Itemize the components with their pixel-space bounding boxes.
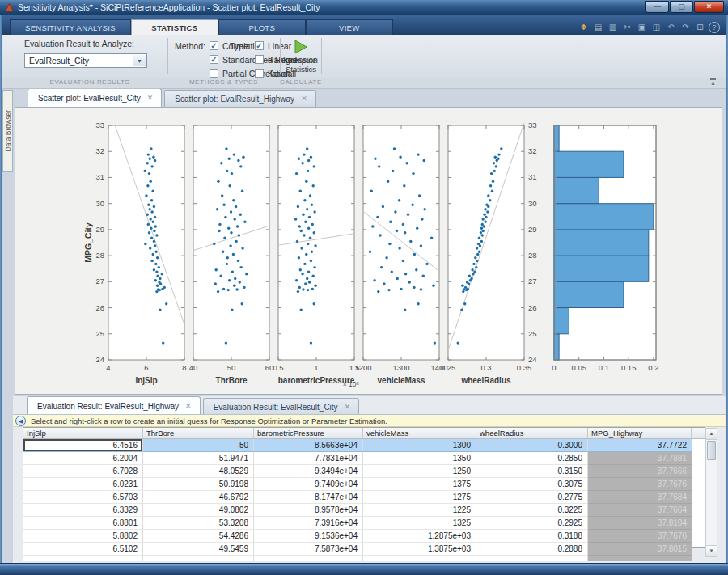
table-cell[interactable]: 0.3225 bbox=[476, 504, 588, 517]
table-cell[interactable] bbox=[23, 556, 143, 561]
table-cell[interactable]: 8.1747e+04 bbox=[254, 491, 363, 504]
ribbon-tab-statistics[interactable]: STATISTICS bbox=[131, 19, 218, 35]
table-row[interactable]: 6.023150.91989.7409e+0413750.307537.7676 bbox=[23, 478, 705, 491]
table-cell[interactable]: 51.9471 bbox=[143, 452, 254, 465]
checkbox-icon[interactable] bbox=[255, 69, 264, 78]
redo-icon[interactable]: ↷ bbox=[679, 21, 692, 33]
table-row-partial[interactable] bbox=[23, 556, 705, 561]
scroll-down-icon[interactable]: ▼ bbox=[706, 545, 717, 556]
table-cell[interactable]: 6.0231 bbox=[23, 478, 143, 491]
column-header-InjSlp[interactable]: InjSlp bbox=[23, 428, 143, 438]
table-cell[interactable] bbox=[588, 556, 692, 561]
table-cell[interactable] bbox=[254, 556, 363, 561]
table-cell[interactable]: 8.9578e+04 bbox=[254, 504, 363, 517]
table-cell[interactable]: 0.3150 bbox=[476, 465, 588, 478]
table-cell[interactable]: 0.2888 bbox=[476, 543, 588, 556]
table-cell[interactable]: 37.7666 bbox=[588, 465, 692, 478]
table-cell[interactable]: 37.8015 bbox=[588, 543, 692, 556]
scrollbar-thumb[interactable] bbox=[707, 441, 716, 460]
table-cell[interactable]: 37.7664 bbox=[588, 504, 692, 517]
table-cell[interactable]: 1275 bbox=[363, 491, 476, 504]
close-icon[interactable]: ✕ bbox=[147, 94, 154, 102]
eval-result-dropdown[interactable]: EvalResult_City ▼ bbox=[24, 53, 147, 68]
table-cell[interactable]: 7.3916e+04 bbox=[254, 517, 363, 530]
close-button[interactable]: ✕ bbox=[694, 1, 724, 13]
table-cell[interactable]: 37.7881 bbox=[588, 452, 692, 465]
table-cell[interactable]: 6.7028 bbox=[23, 465, 143, 478]
table-cell[interactable]: 1.3875e+03 bbox=[363, 543, 476, 556]
column-header-ThrBore[interactable]: ThrBore bbox=[143, 428, 254, 438]
checkbox-icon[interactable]: ✓ bbox=[210, 55, 218, 64]
table-cell[interactable]: 6.3329 bbox=[23, 504, 143, 517]
table-cell[interactable]: 1.2875e+03 bbox=[363, 530, 476, 543]
close-icon[interactable]: ✕ bbox=[185, 402, 192, 410]
table-cell[interactable]: 1300 bbox=[363, 439, 476, 452]
ribbon-tab-view[interactable]: VIEW bbox=[306, 19, 393, 35]
table-scrollbar[interactable]: ▲ ▼ bbox=[705, 428, 717, 557]
table-cell[interactable]: 0.3188 bbox=[476, 530, 588, 543]
table-cell[interactable]: 1325 bbox=[363, 517, 476, 530]
checkbox-icon[interactable]: ✓ bbox=[210, 41, 218, 50]
title-bar[interactable]: Sensitivity Analysis* - SiCiPtReferenceA… bbox=[0, 0, 728, 15]
table-cell[interactable]: 0.3075 bbox=[476, 478, 588, 491]
table-cell[interactable]: 49.5459 bbox=[143, 543, 254, 556]
open-session-icon[interactable]: ❖ bbox=[578, 21, 590, 33]
table-cell[interactable]: 1350 bbox=[363, 452, 476, 465]
table-cell[interactable]: 37.8104 bbox=[588, 517, 692, 530]
table-cell[interactable] bbox=[476, 556, 588, 561]
table-tab-active[interactable]: Evaluation Result: EvalResult_Highway✕ bbox=[27, 396, 201, 415]
table-cell[interactable]: 6.5102 bbox=[23, 543, 143, 556]
checkbox-icon[interactable] bbox=[210, 69, 218, 78]
table-row[interactable]: 6.200451.94717.7831e+0413500.285037.7881 bbox=[23, 452, 705, 465]
table-cell[interactable]: 8.5663e+04 bbox=[254, 439, 363, 452]
table-cell[interactable]: 54.4286 bbox=[143, 530, 254, 543]
table-cell[interactable]: 37.7676 bbox=[588, 530, 692, 543]
table-cell[interactable]: 9.3494e+04 bbox=[254, 465, 363, 478]
table-cell[interactable]: 50 bbox=[143, 439, 254, 452]
table-cell[interactable]: 6.5703 bbox=[23, 491, 143, 504]
table-cell[interactable]: 6.8801 bbox=[23, 517, 143, 530]
plot-tab-active[interactable]: Scatter plot: EvalResult_City✕ bbox=[28, 88, 162, 107]
table-cell[interactable]: 37.7676 bbox=[588, 478, 692, 491]
table-cell[interactable]: 46.6792 bbox=[143, 491, 254, 504]
data-browser-tab[interactable]: Data Browser bbox=[2, 90, 13, 172]
scroll-up-icon[interactable]: ▲ bbox=[706, 429, 717, 440]
checkbox-icon[interactable]: ✓ bbox=[255, 41, 264, 50]
table-cell[interactable]: 7.7831e+04 bbox=[254, 452, 363, 465]
table-cell[interactable]: 48.0529 bbox=[143, 465, 254, 478]
table-cell[interactable]: 1250 bbox=[363, 465, 476, 478]
table-cell[interactable]: 9.1536e+04 bbox=[254, 530, 363, 543]
save-icon[interactable]: ▤ bbox=[592, 21, 604, 33]
table-row[interactable]: 6.880153.32087.3916e+0413250.292537.8104 bbox=[23, 517, 705, 530]
table-cell[interactable]: 0.2925 bbox=[476, 517, 588, 530]
table-row[interactable]: 6.332949.08028.9578e+0412250.322537.7664 bbox=[23, 504, 705, 517]
table-row[interactable]: 5.880254.42869.1536e+041.2875e+030.31883… bbox=[23, 530, 705, 543]
column-header-MPG_Highway[interactable]: MPG_Highway bbox=[588, 428, 692, 438]
close-icon[interactable]: ✕ bbox=[345, 403, 351, 411]
table-cell[interactable]: 1225 bbox=[363, 504, 476, 517]
print-icon[interactable]: ▥ bbox=[607, 21, 619, 33]
column-header-vehicleMass[interactable]: vehicleMass bbox=[363, 428, 476, 438]
table-cell[interactable]: 0.2775 bbox=[476, 491, 588, 504]
table-cell[interactable]: 7.5873e+04 bbox=[254, 543, 363, 556]
help-icon[interactable]: ? bbox=[709, 22, 720, 33]
table-cell[interactable]: 37.7722 bbox=[588, 439, 692, 452]
copy-icon[interactable]: ▣ bbox=[636, 21, 648, 33]
table-cell[interactable]: 49.0802 bbox=[143, 504, 254, 517]
table-cell[interactable]: 1375 bbox=[363, 478, 476, 491]
table-cell[interactable]: 9.7409e+04 bbox=[254, 478, 363, 491]
column-header-barometricPressure[interactable]: barometricPressure bbox=[254, 428, 363, 438]
plot-tab-inactive[interactable]: Scatter plot: EvalResult_Highway✕ bbox=[164, 90, 315, 107]
table-cell[interactable]: 50.9198 bbox=[143, 478, 254, 491]
table-cell[interactable]: 0.3000 bbox=[476, 439, 588, 452]
table-row[interactable]: 6.702848.05299.3494e+0412500.315037.7666 bbox=[23, 465, 705, 478]
table-row[interactable]: 6.510249.54597.5873e+041.3875e+030.28883… bbox=[23, 543, 705, 556]
collapse-ribbon-icon[interactable]: ▲ bbox=[710, 78, 716, 87]
minimize-button[interactable]: — bbox=[645, 1, 669, 13]
table-row[interactable]: 6.4516508.5663e+0413000.300037.7722 bbox=[23, 439, 705, 452]
collapse-info-icon[interactable]: ◀ bbox=[15, 416, 26, 426]
table-cell[interactable]: 53.3208 bbox=[143, 517, 254, 530]
cut-icon[interactable]: ✂ bbox=[621, 21, 633, 33]
paste-icon[interactable]: ◫ bbox=[650, 21, 662, 33]
table-cell[interactable]: 37.7684 bbox=[588, 491, 692, 504]
